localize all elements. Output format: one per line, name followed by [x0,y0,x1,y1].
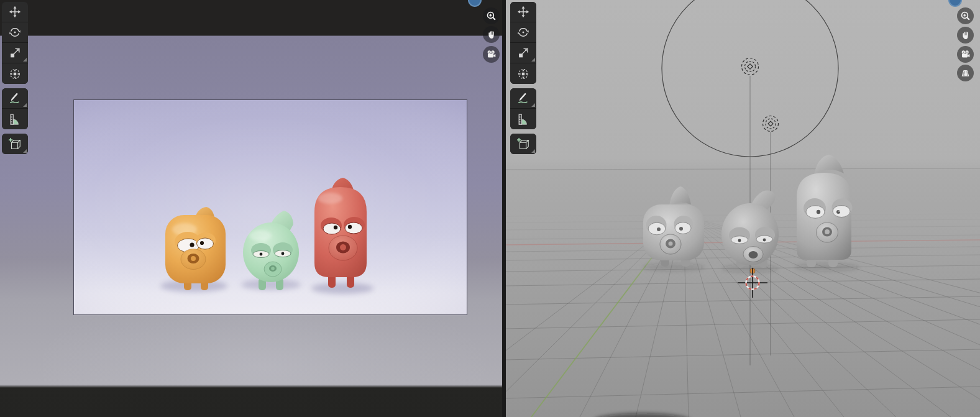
add-tool-group [2,134,28,154]
tool-measure-button[interactable] [510,109,536,129]
perspective-grid-icon [960,68,971,78]
viewport-solid-view[interactable] [505,0,980,417]
character-tall-gray[interactable] [795,155,859,271]
relish-mouth [264,262,282,277]
add-cube-icon [516,137,530,151]
scale-icon [8,46,22,60]
add-tool-group [510,134,536,154]
camera-icon [960,49,971,60]
zoom-in-icon [960,11,971,21]
bottom-edge-shadow [592,413,692,417]
toolbar-left [2,2,28,158]
tool-measure-button[interactable] [2,109,28,129]
round-mouth [743,247,763,262]
move-icon [516,5,530,19]
backdrop-edge-line [505,168,980,170]
mustard-mouth [181,249,206,270]
camera-icon [486,49,497,60]
annotate-icon [516,91,530,105]
tall-left-eye [804,198,826,218]
transform-icon [516,67,530,81]
relish-right-eye [273,242,293,257]
transform-icon [8,67,22,81]
camera-view-button[interactable] [483,46,500,63]
subtool-indicator [23,149,27,153]
subtool-indicator [531,58,535,62]
tool-rotate-button[interactable] [510,22,536,43]
annotate-icon [8,91,22,105]
tall-mouth [817,222,838,242]
rotate-icon [516,25,530,39]
tool-add-cube-button[interactable] [510,134,536,154]
zoom-in-icon [486,11,497,21]
tool-annotate-button[interactable] [2,88,28,109]
ketchup-mouth [329,236,357,260]
subtool-indicator [23,58,27,62]
relish-left-eye [251,243,271,258]
zoom-in-button[interactable] [957,7,974,24]
measure-icon [516,112,530,126]
tool-annotate-button[interactable] [510,88,536,109]
transform-tool-group [2,2,28,84]
rendered-scene [74,100,467,314]
tool-add-cube-button[interactable] [2,134,28,154]
zoom-in-button[interactable] [483,7,500,24]
pan-hand-icon [961,30,971,40]
pan-hand-button[interactable] [957,27,974,44]
add-cube-icon [8,137,22,151]
tool-scale-button[interactable] [2,43,28,63]
transform-tool-group [510,2,536,84]
subtool-indicator [23,103,27,107]
perspective-toggle-button[interactable] [957,65,974,81]
navigation-gizmo-sphere[interactable] [468,0,482,7]
camera-view-button[interactable] [957,46,974,63]
toolbar-right [510,2,536,158]
round-right-eye [755,227,775,243]
move-icon [8,5,22,19]
rotate-icon [8,25,22,39]
subtool-indicator [531,103,535,107]
app-window [0,0,980,417]
viewport-camera-render[interactable] [0,0,505,417]
editor-divider[interactable] [502,0,506,417]
annotate-tool-group [510,88,536,129]
camera-frame-border[interactable] [73,99,467,315]
subtool-indicator [531,149,535,153]
square-mouth [660,234,681,254]
annotate-tool-group [2,88,28,129]
measure-icon [8,112,22,126]
scale-icon [516,46,530,60]
tool-move-button[interactable] [510,2,536,22]
pan-hand-icon [487,30,497,40]
pan-hand-button[interactable] [483,26,500,43]
tool-move-button[interactable] [2,2,28,22]
solid-scene [505,0,980,417]
tool-transform-button[interactable] [510,63,536,84]
tool-rotate-button[interactable] [2,22,28,43]
tool-scale-button[interactable] [510,43,536,63]
round-left-eye [729,227,750,244]
tool-transform-button[interactable] [2,63,28,84]
